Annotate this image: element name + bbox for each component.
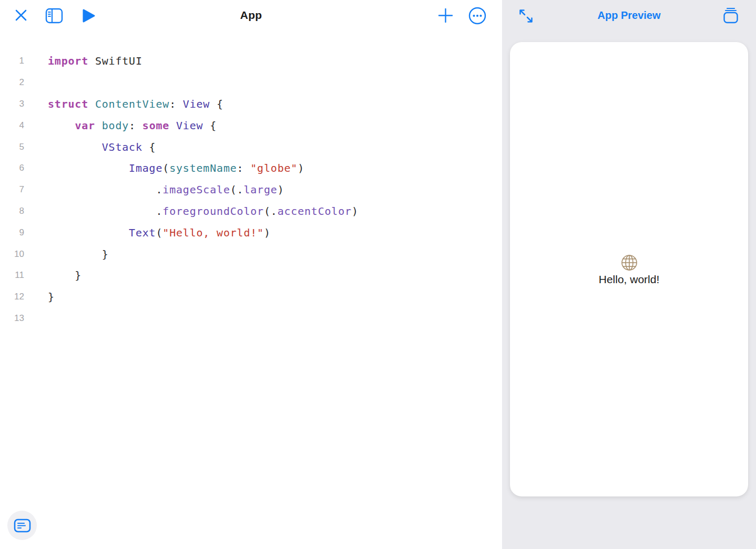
code-text: }	[48, 248, 109, 261]
code-line[interactable]: 13	[0, 308, 502, 329]
code-text: var body: some View {	[48, 119, 217, 132]
code-line[interactable]: 1import SwiftUI	[0, 50, 502, 72]
code-line[interactable]: 5 VStack {	[0, 136, 502, 158]
code-line[interactable]: 4 var body: some View {	[0, 115, 502, 136]
code-text: Image(systemName: "globe")	[48, 162, 304, 174]
app-preview-screen: Hello, world!	[510, 42, 748, 496]
code-text: }	[48, 269, 81, 282]
code-line[interactable]: 6 Image(systemName: "globe")	[0, 158, 502, 179]
line-number: 1	[0, 56, 24, 66]
code-line[interactable]: 8 .foregroundColor(.accentColor)	[0, 201, 502, 222]
preview-content: Hello, world!	[510, 254, 748, 286]
line-number: 3	[0, 99, 24, 109]
line-number: 2	[0, 77, 24, 88]
code-line[interactable]: 2	[0, 72, 502, 94]
globe-icon	[620, 254, 638, 272]
more-options-icon	[468, 6, 487, 25]
code-line[interactable]: 7 .imageScale(.large)	[0, 179, 502, 201]
code-text: }	[48, 291, 55, 303]
line-number: 4	[0, 120, 24, 131]
hello-world-text: Hello, world!	[599, 273, 660, 286]
code-line[interactable]: 12}	[0, 286, 502, 308]
swift-playgrounds-window: App 1import Swi	[0, 0, 756, 549]
line-number: 13	[0, 313, 24, 324]
line-number: 11	[0, 270, 24, 281]
code-editor[interactable]: 1import SwiftUI23struct ContentView: Vie…	[0, 50, 502, 329]
line-number: 6	[0, 163, 24, 173]
code-line[interactable]: 9 Text("Hello, world!")	[0, 222, 502, 243]
code-text: import SwiftUI	[48, 55, 142, 67]
line-number: 5	[0, 142, 24, 152]
preview-title: App Preview	[502, 9, 756, 22]
code-text: .imageScale(.large)	[48, 183, 284, 196]
line-number: 8	[0, 206, 24, 216]
code-line[interactable]: 3struct ContentView: View {	[0, 94, 502, 115]
add-button[interactable]	[437, 7, 454, 24]
code-text: struct ContentView: View {	[48, 98, 223, 110]
page-title: App	[0, 9, 502, 22]
more-options-button[interactable]	[468, 6, 487, 25]
line-number: 10	[0, 249, 24, 260]
code-text: .foregroundColor(.accentColor)	[48, 205, 359, 217]
line-number: 12	[0, 292, 24, 302]
guide-notes-icon	[14, 519, 31, 533]
app-windows-icon	[722, 7, 740, 24]
line-number: 7	[0, 184, 24, 195]
code-line[interactable]: 10 }	[0, 243, 502, 265]
preview-pane: App Preview	[502, 0, 756, 549]
preview-destination-button[interactable]	[722, 7, 740, 24]
line-number: 9	[0, 227, 24, 238]
preview-toolbar: App Preview	[502, 0, 756, 32]
code-text: Text("Hello, world!")	[48, 226, 271, 239]
editor-pane: App 1import Swi	[0, 0, 502, 549]
editor-toolbar: App	[0, 0, 502, 32]
add-icon	[437, 7, 454, 24]
code-line[interactable]: 11 }	[0, 265, 502, 286]
guide-button[interactable]	[7, 511, 37, 540]
code-text: VStack {	[48, 141, 156, 153]
